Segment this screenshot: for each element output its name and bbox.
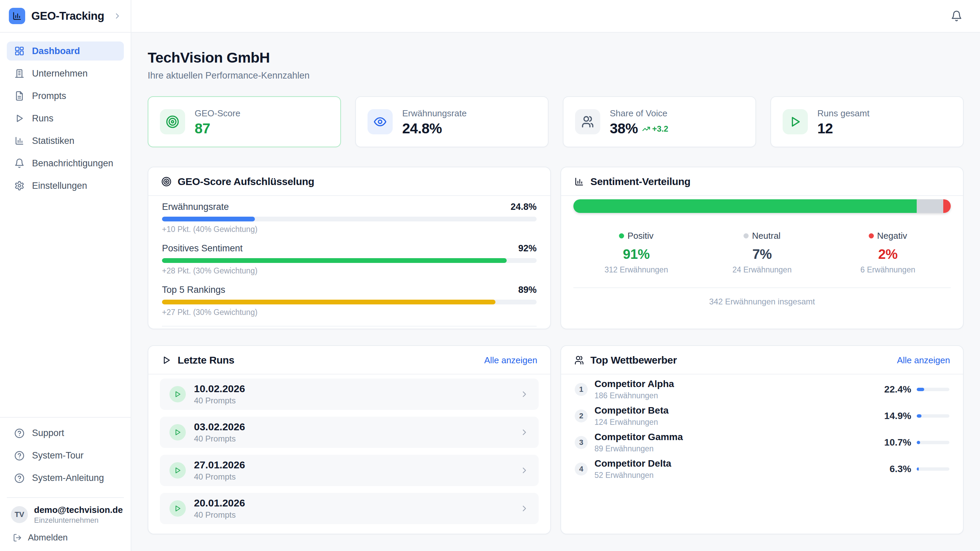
bar-chart-icon [14, 136, 24, 146]
breakdown-body: Erwähnungsrate 24.8% +10 Pkt. (40% Gewic… [148, 196, 550, 326]
sidebar-item-benachrichtigungen[interactable]: Benachrichtigungen [7, 154, 124, 173]
sidebar-item-system-tour[interactable]: System-Tour [7, 446, 124, 465]
sidebar-item-einstellungen[interactable]: Einstellungen [7, 176, 124, 195]
kpi-card-share-of-voice: Share of Voice 38% +3.2 [563, 96, 756, 147]
sidebar-item-label: Benachrichtigungen [32, 158, 113, 169]
panel-header: Letzte Runs Alle anzeigen [148, 346, 550, 375]
show-all-competitors-link[interactable]: Alle anzeigen [897, 355, 950, 366]
competitor-row: 4 Competitor Delta 52 Erwähnungen 6.3% [575, 457, 950, 481]
page-title: TechVision GmbH [148, 49, 964, 66]
sidebar-item-system-anleitung[interactable]: System-Anleitung [7, 469, 124, 488]
competitor-row: 3 Competitor Gamma 89 Erwähnungen 10.7% [575, 430, 950, 455]
sentiment-total: 342 Erwähnungen insgesamt [573, 288, 951, 315]
run-prompts: 40 Prompts [194, 396, 245, 405]
trending-up-icon [642, 125, 650, 133]
sidebar-item-runs[interactable]: Runs [7, 109, 124, 128]
breakdown-metric-positives-sentiment: Positives Sentiment 92% +28 Pkt. (30% Ge… [162, 243, 537, 275]
sidebar-footer: Support System-Tour System-Anleitung TV … [0, 417, 130, 551]
sidebar-item-label: Prompts [32, 91, 66, 102]
progress-track [162, 258, 537, 263]
play-circle-icon [169, 462, 186, 478]
competitor-name: Competitor Delta [595, 458, 671, 469]
rank-badge: 3 [575, 436, 588, 449]
users-icon [575, 109, 600, 134]
sentiment-stacked-bar [573, 199, 951, 213]
target-icon [161, 176, 172, 187]
sidebar-item-support[interactable]: Support [7, 424, 124, 443]
kpi-label: GEO-Score [195, 108, 240, 119]
sidebar-collapse-chevron-icon[interactable] [113, 11, 122, 21]
panel-header: Top Wettbewerber Alle anzeigen [561, 346, 963, 375]
user-email: demo@techvision.de [34, 505, 123, 515]
logout-icon [13, 533, 22, 542]
users-icon [574, 355, 584, 365]
kpi-card-runs-gesamt: Runs gesamt 12 [770, 96, 964, 147]
runs-list: 10.02.2026 40 Prompts 03.02.2026 40 Prom… [148, 375, 550, 531]
progress-fill [162, 258, 507, 263]
kpi-value: 24.8% [402, 121, 466, 136]
sidebar-item-label: Statistiken [32, 136, 75, 146]
notifications-bell-icon[interactable] [951, 10, 962, 22]
competitor-name: Competitor Beta [595, 405, 669, 416]
kpi-card-erwaehnungsrate: Erwähnungsrate 24.8% [355, 96, 549, 147]
run-row[interactable]: 20.01.2026 40 Prompts [160, 493, 539, 524]
sentiment-count: 6 Erwähnungen [825, 265, 951, 275]
chevron-right-icon [520, 427, 529, 437]
run-row[interactable]: 03.02.2026 40 Prompts [160, 417, 539, 448]
sidebar: GEO-Tracking Dashboard Unternehmen Promp… [0, 0, 131, 551]
page-subtitle: Ihre aktuellen Performance-Kennzahlen [148, 70, 964, 81]
eye-icon [368, 109, 393, 134]
positiv-dot-icon [619, 233, 624, 238]
share-track [917, 388, 950, 391]
kpi-trend: +3.2 [642, 124, 668, 134]
sentiment-stat-neutral: Neutral 7% 24 Erwähnungen [699, 230, 825, 275]
sentiment-stats: Positiv 91% 312 Erwähnungen Neutral 7% 2… [573, 230, 951, 275]
run-date: 27.01.2026 [194, 459, 245, 471]
sentiment-segment-positiv [573, 199, 917, 213]
sidebar-nav: Dashboard Unternehmen Prompts Runs Stati… [0, 33, 130, 195]
competitor-mentions: 186 Erwähnungen [595, 391, 674, 400]
metric-value: 24.8% [511, 202, 537, 212]
chevron-right-icon [520, 465, 529, 475]
run-date: 10.02.2026 [194, 383, 245, 395]
metric-value: 92% [518, 243, 537, 254]
sentiment-value: 7% [699, 246, 825, 262]
sidebar-item-dashboard[interactable]: Dashboard [7, 41, 124, 60]
sentiment-stat-negativ: Negativ 2% 6 Erwähnungen [825, 230, 951, 275]
competitor-share: 22.4% [885, 384, 911, 395]
app-title: GEO-Tracking [31, 10, 104, 22]
file-text-icon [14, 91, 24, 101]
sidebar-item-label: Einstellungen [32, 181, 87, 191]
kpi-card-geo-score: GEO-Score 87 [148, 96, 341, 147]
metric-label: Top 5 Rankings [162, 284, 225, 295]
sidebar-item-label: Runs [32, 113, 53, 124]
sentiment-value: 91% [573, 246, 699, 262]
bell-icon [14, 158, 24, 168]
sentiment-segment-negativ [943, 199, 951, 213]
sidebar-item-unternehmen[interactable]: Unternehmen [7, 64, 124, 83]
sidebar-item-prompts[interactable]: Prompts [7, 86, 124, 105]
panel-title: Letzte Runs [178, 354, 234, 366]
sidebar-item-statistiken[interactable]: Statistiken [7, 131, 124, 150]
logout-button[interactable]: Abmelden [10, 525, 121, 548]
user-profile[interactable]: TV demo@techvision.de Einzelunternehmen [10, 505, 121, 525]
sentiment-label: Positiv [627, 230, 654, 241]
bar-chart-logo-icon [12, 11, 22, 21]
top-competitors-panel: Top Wettbewerber Alle anzeigen 1 Competi… [560, 345, 964, 534]
geo-score-breakdown-panel: GEO-Score Aufschlüsselung Erwähnungsrate… [148, 167, 551, 329]
run-row[interactable]: 27.01.2026 40 Prompts [160, 455, 539, 486]
share-track [917, 441, 950, 444]
show-all-runs-link[interactable]: Alle anzeigen [484, 355, 537, 366]
play-icon [783, 109, 808, 134]
competitor-mentions: 52 Erwähnungen [595, 471, 671, 480]
run-prompts: 40 Prompts [194, 472, 245, 482]
play-circle-icon [169, 424, 186, 440]
sentiment-count: 312 Erwähnungen [573, 265, 699, 275]
metric-note: +10 Pkt. (40% Gewichtung) [162, 225, 537, 234]
dashboard-icon [14, 46, 24, 56]
play-icon [14, 113, 24, 124]
sentiment-body: Positiv 91% 312 Erwähnungen Neutral 7% 2… [561, 196, 963, 315]
run-row[interactable]: 10.02.2026 40 Prompts [160, 379, 539, 410]
user-section: TV demo@techvision.de Einzelunternehmen … [7, 497, 124, 551]
user-role: Einzelunternehmen [34, 516, 123, 525]
